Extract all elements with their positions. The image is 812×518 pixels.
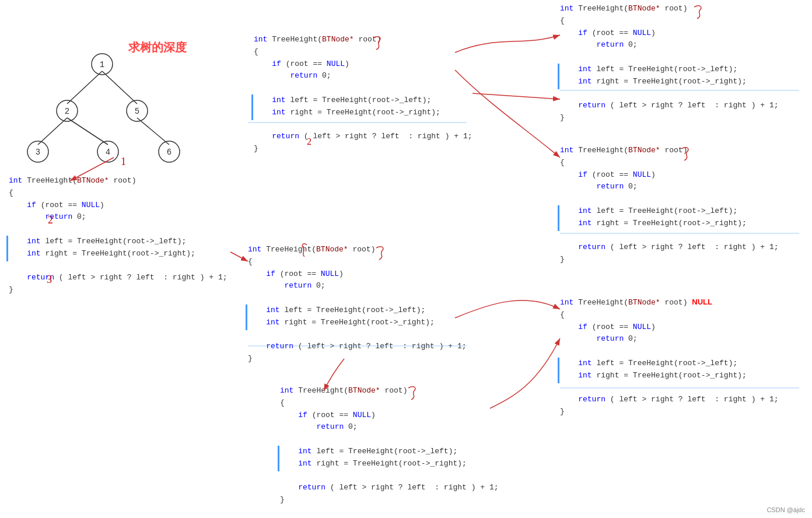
code-block-middle-right: int TreeHeight(BTNode* root) { if (root … — [560, 145, 778, 266]
code-block-bottom-right: int TreeHeight(BTNode* root) NULL { if (… — [560, 296, 778, 418]
page-title: 求树的深度 — [128, 40, 187, 55]
svg-text:2: 2 — [65, 107, 69, 116]
svg-line-1 — [102, 71, 137, 104]
main-page: 1 2 5 3 4 6 求树的深度 int TreeHeight(BTNode*… — [0, 0, 812, 518]
code-block-top-center: int TreeHeight(BTNode* root) { if (root … — [254, 34, 472, 155]
svg-text:1: 1 — [100, 60, 104, 69]
watermark: CSDN @ájdc — [766, 506, 805, 513]
code-block-bottom-left: int TreeHeight(BTNode* root) { if (root … — [9, 175, 227, 296]
svg-line-4 — [137, 118, 169, 145]
svg-line-3 — [67, 118, 108, 145]
svg-text:4: 4 — [106, 148, 110, 157]
svg-line-2 — [38, 118, 67, 145]
code-block-top-right: int TreeHeight(BTNode* root) { if (root … — [560, 3, 778, 124]
code-block-middle-center: int TreeHeight(BTNode* root) { if (root … — [248, 244, 466, 365]
svg-text:3: 3 — [36, 148, 40, 157]
svg-text:5: 5 — [135, 107, 139, 116]
code-block-bottom-center: int TreeHeight(BTNode* root) { if (root … — [280, 385, 498, 506]
svg-line-0 — [67, 71, 102, 104]
svg-text:6: 6 — [167, 148, 172, 157]
